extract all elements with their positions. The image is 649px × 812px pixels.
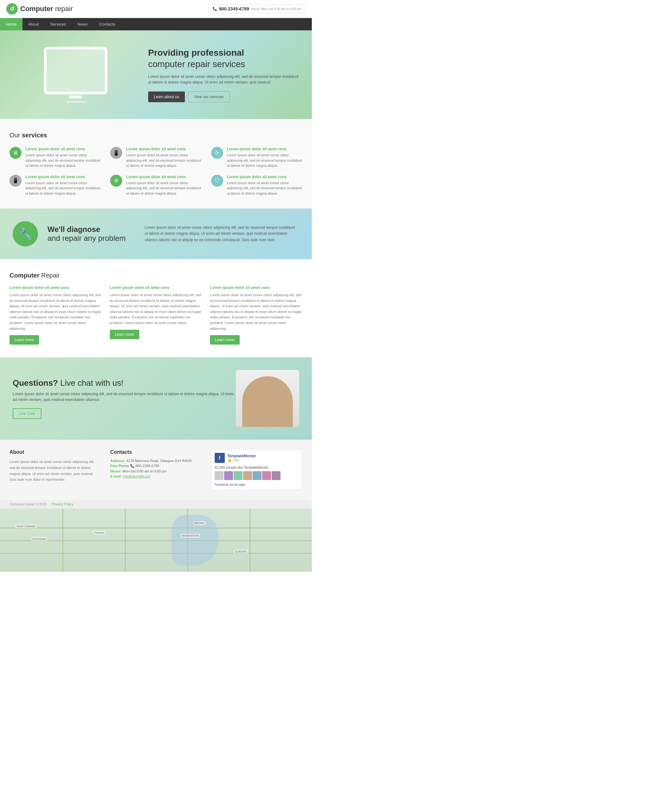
hero-heading: Providing professional computer repair s…: [148, 47, 299, 70]
livechat-section: Questions? Live chat with us! Lorem ipsu…: [0, 357, 312, 440]
footer-hours-row: Hours: Mon-Sat 8:00 am to 8:00 pm: [110, 469, 201, 473]
fb-like-label: 👍 Like: [227, 458, 256, 462]
service-text-4: Lorem ipsum dolor sit amet cons Lorem ip…: [126, 175, 201, 196]
services-heading: Our services: [9, 132, 302, 139]
footer-email-link[interactable]: info@domsite.org: [123, 474, 150, 478]
facebook-page-link[interactable]: Facebook social page: [215, 483, 245, 486]
facebook-widget: f TemplateMoster 👍 Like 62,050 people li…: [211, 449, 302, 490]
fb-avatar: [224, 471, 233, 480]
view-services-button[interactable]: View our services: [188, 92, 230, 102]
map-road: [0, 528, 312, 528]
hero-illustration: [13, 47, 139, 102]
chat-person-image: [236, 370, 299, 427]
phone-number: 800-2345-6789: [219, 6, 249, 11]
facebook-logo: f: [215, 453, 225, 463]
phone-icon: 📞: [213, 7, 217, 11]
repair-col-1: Lorem ipsum dolor sit amet cons Lorem ip…: [110, 285, 202, 345]
privacy-policy-link[interactable]: Privacy Policy: [52, 502, 73, 506]
service-body-4: Lorem ipsum dolor sit amet conse ctetur …: [126, 180, 201, 196]
fb-header: f TemplateMoster 👍 Like: [215, 453, 299, 463]
nav-news[interactable]: News: [72, 18, 94, 31]
footer-email-row: E-mail: info@domsite.org: [110, 474, 201, 478]
map-city-label: QUEENS: [234, 549, 248, 554]
list-item: 🛡 Lorem ipsum dolor sit amet cons Lorem …: [211, 175, 302, 196]
service-title-3: Lorem ipsum dolor sit amet cons: [25, 175, 101, 179]
service-text-0: Lorem ipsum dolor sit amet cons Lorem ip…: [25, 147, 101, 168]
footer-phone-row: Free Phone 📞 800-2345-6789: [110, 464, 201, 468]
repair-col-body-0: Lorem ipsum dolor sit amet conse ctetur …: [9, 292, 102, 331]
fb-avatar: [262, 471, 271, 480]
repair-cols: Lorem ipsum dolor sit amet cons Lorem ip…: [9, 285, 302, 345]
fb-count: 62,050 people like TemplateMoster: [215, 466, 299, 469]
chat-text: Questions? Live chat with us! Lorem ipsu…: [13, 378, 236, 419]
map-placeholder: MANHATTAN BRONX Morristown North Caldwel…: [0, 508, 312, 572]
map-city-label: Morristown: [31, 537, 47, 541]
service-icon-3: 📱: [9, 175, 21, 187]
site-footer: About Lorem ipsum dolor sit amet conse c…: [0, 440, 312, 500]
repair-col-body-1: Lorem ipsum dolor sit amet conse ctetur …: [110, 292, 202, 326]
footer-facebook: f TemplateMoster 👍 Like 62,050 people li…: [211, 449, 302, 490]
map-road: [125, 508, 126, 572]
fb-avatar: [234, 471, 242, 480]
map-city-label: Passaic: [94, 531, 106, 534]
hero-content: Providing professional computer repair s…: [139, 47, 299, 102]
service-title-0: Lorem ipsum dolor sit amet cons: [25, 147, 101, 151]
nav-services[interactable]: Services: [44, 18, 72, 31]
nav-contacts[interactable]: Contacts: [93, 18, 121, 31]
service-body-0: Lorem ipsum dolor sit amet conse ctetur …: [25, 153, 101, 168]
phone-hours: Hours: Mon-Sat 8:00 am to 8:00 pm: [251, 7, 302, 11]
footer-address-row: Address: 4278 Marmora Road, Glasgow D14 …: [110, 459, 201, 462]
service-title-4: Lorem ipsum dolor sit amet cons: [126, 175, 201, 179]
footer-bottom: Computer repair © 2015 Privacy Policy: [0, 500, 312, 508]
repair-col-2: Lorem ipsum dolor sit amet cons Lorem ip…: [210, 285, 302, 345]
learn-more-button-2[interactable]: Learn more: [210, 335, 239, 345]
map-area: MANHATTAN BRONX Morristown North Caldwel…: [0, 508, 312, 572]
repair-col-title-2: Lorem ipsum dolor sit amet cons: [210, 285, 302, 290]
map-city-label: BRONX: [193, 521, 205, 525]
repair-col-title-0: Lorem ipsum dolor sit amet cons: [9, 285, 102, 290]
service-icon-2: ⟳: [211, 147, 223, 159]
service-title-2: Lorem ipsum dolor sit amet cons: [227, 147, 302, 151]
fb-avatar: [243, 471, 252, 480]
list-item: 📱 Lorem ipsum dolor sit amet cons Lorem …: [110, 147, 201, 168]
service-title-1: Lorem ipsum dolor sit amet cons: [126, 147, 201, 151]
diagnose-body: Lorem ipsum dolor sit amet conse ctetur …: [135, 225, 299, 243]
hero-buttons: Learn about us View our services: [148, 92, 299, 102]
logo-text: Computer repair: [20, 5, 73, 13]
services-section: Our services 🖥 Lorem ipsum dolor sit ame…: [0, 119, 312, 209]
learn-more-button-1[interactable]: Learn more: [110, 330, 139, 339]
learn-about-us-button[interactable]: Learn about us: [148, 92, 185, 102]
learn-more-button-0[interactable]: Learn more: [9, 335, 39, 345]
fb-avatars: [215, 471, 299, 480]
service-body-1: Lorem ipsum dolor sit amet conse ctetur …: [126, 153, 201, 168]
service-icon-1: 📱: [110, 147, 122, 159]
chat-heading: Questions? Live chat with us!: [13, 378, 236, 388]
service-text-1: Lorem ipsum dolor sit amet cons Lorem ip…: [126, 147, 201, 168]
list-item: ⟳ Lorem ipsum dolor sit amet cons Lorem …: [211, 147, 302, 168]
service-icon-0: 🖥: [9, 147, 21, 159]
service-body-2: Lorem ipsum dolor sit amet conse ctetur …: [227, 153, 302, 168]
services-grid: 🖥 Lorem ipsum dolor sit amet cons Lorem …: [9, 147, 302, 196]
service-text-5: Lorem ipsum dolor sit amet cons Lorem ip…: [227, 175, 302, 196]
nav-about[interactable]: About: [23, 18, 44, 31]
chat-body: Lorem ipsum dolor sit amet conse ctetur …: [13, 391, 236, 403]
repair-col-0: Lorem ipsum dolor sit amet cons Lorem ip…: [9, 285, 102, 345]
service-icon-5: 🛡: [211, 175, 223, 187]
hero-section: Providing professional computer repair s…: [0, 31, 312, 119]
map-city-label: MANHATTAN: [181, 534, 200, 538]
map-city-label: North Caldwell: [15, 524, 36, 528]
copyright: Computer repair © 2015: [9, 502, 47, 506]
monitor-stand: [66, 101, 85, 102]
fb-avatar: [272, 471, 280, 480]
footer-contacts-heading: Contacts: [110, 449, 201, 455]
map-road: [249, 508, 250, 572]
phone-box: 📞 800-2345-6789 Hours: Mon-Sat 8:00 am t…: [208, 5, 306, 13]
repair-col-title-1: Lorem ipsum dolor sit amet cons: [110, 285, 202, 290]
footer-contacts: Contacts Address: 4278 Marmora Road, Gla…: [110, 449, 201, 490]
logo-area: ↺ Computer repair: [6, 3, 73, 15]
list-item: ⚙ Lorem ipsum dolor sit amet cons Lorem …: [110, 175, 201, 196]
diagnose-section: 🔧 We'll diagnose and repair any problem …: [0, 209, 312, 259]
live-chat-button[interactable]: Live Chat: [13, 408, 41, 419]
nav-home[interactable]: Home: [0, 18, 23, 31]
hero-body: Lorem ipsum dolor sit amet conse ctetur …: [148, 74, 299, 85]
